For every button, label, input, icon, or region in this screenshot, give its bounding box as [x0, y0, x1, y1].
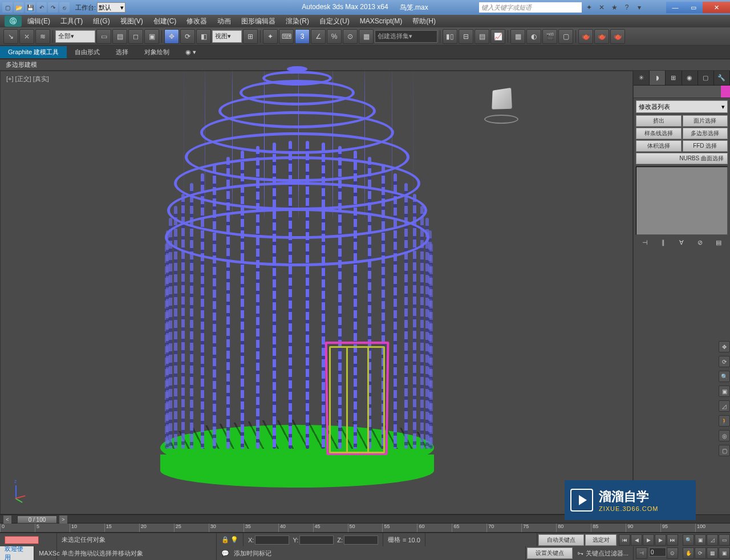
redo-icon[interactable]: ↷	[48, 2, 58, 13]
time-config-icon[interactable]: ⊙	[667, 547, 678, 559]
prev-frame-icon[interactable]: ◀	[631, 534, 642, 546]
ribbon-tab-paint[interactable]: 对象绘制	[136, 46, 177, 58]
menu-group[interactable]: 组(G)	[88, 15, 114, 27]
viewport-label[interactable]: [+] [正交] [真实]	[6, 75, 49, 83]
mod-btn-vol-select[interactable]: 体积选择	[636, 140, 682, 152]
menu-view[interactable]: 视图(V)	[116, 15, 148, 27]
select-region-rect-icon[interactable]: ◻	[128, 29, 143, 44]
next-key-icon[interactable]: >	[59, 516, 67, 524]
mod-btn-poly-select[interactable]: 多边形选择	[683, 128, 728, 139]
window-crossing-icon[interactable]: ▣	[144, 29, 159, 44]
time-slider[interactable]: 0 / 100	[17, 516, 57, 524]
render-setup-icon[interactable]: 🎬	[542, 29, 557, 44]
motion-tab-icon[interactable]: ◉	[682, 71, 698, 85]
zoom-icon[interactable]: 🔍	[719, 371, 730, 382]
maximize-button[interactable]: ▭	[684, 2, 703, 13]
spinner-snap-icon[interactable]: ⊙	[343, 29, 358, 44]
edit-named-sel-icon[interactable]: ▦	[359, 29, 374, 44]
goto-end-icon[interactable]: ⏭	[667, 534, 678, 546]
workspace-selector[interactable]: 工作台: 默认▾	[75, 2, 125, 13]
keyboard-shortcut-icon[interactable]: ⌨	[279, 29, 294, 44]
snap-toggle-icon[interactable]: 3	[295, 29, 310, 44]
selected-button[interactable]: 选定对	[585, 534, 617, 546]
close-button[interactable]: ✕	[703, 2, 730, 13]
new-icon[interactable]: ▢	[2, 2, 13, 13]
walk-icon[interactable]: 🚶	[719, 415, 730, 427]
schematic-view-icon[interactable]: ▦	[510, 29, 525, 44]
menu-help[interactable]: 帮助(H)	[408, 15, 440, 27]
save-icon[interactable]: 💾	[25, 2, 35, 13]
max-toggle-nav-icon[interactable]: ▣	[719, 547, 730, 559]
z-input[interactable]	[344, 535, 378, 545]
open-icon[interactable]: 📂	[14, 2, 24, 13]
display-tab-icon[interactable]: ▢	[698, 71, 714, 85]
menu-edit[interactable]: 编辑(E)	[23, 15, 55, 27]
workspace-dropdown[interactable]: 默认▾	[97, 2, 125, 13]
fov-icon[interactable]: ◿	[719, 400, 730, 412]
mod-btn-patch-select[interactable]: 面片选择	[683, 115, 728, 127]
link-icon[interactable]: ⎋	[59, 2, 70, 13]
select-manipulate-icon[interactable]: ✦	[263, 29, 278, 44]
play-icon[interactable]: ▶	[643, 534, 654, 546]
key-mode-toggle-icon[interactable]: ⊣	[636, 547, 647, 559]
ribbon-panel-label[interactable]: 多边形建模	[6, 60, 37, 69]
isolate-icon[interactable]: 💡	[230, 536, 238, 543]
selection-filter-dropdown[interactable]: 全部 ▾	[55, 30, 95, 43]
modify-tab-icon[interactable]: ◗	[650, 71, 666, 85]
lock-selection-icon[interactable]: 🔒	[221, 536, 229, 543]
menu-animation[interactable]: 动画	[213, 15, 236, 27]
zoom-ext-nav-icon[interactable]: ◿	[707, 534, 718, 546]
menu-create[interactable]: 创建(C)	[149, 15, 181, 27]
ribbon-tab-selection[interactable]: 选择	[108, 46, 136, 58]
mod-btn-nurbs[interactable]: NURBS 曲面选择	[636, 153, 728, 164]
zoom-all-nav-icon[interactable]: ▣	[695, 534, 706, 546]
ribbon-expand-icon[interactable]: ◉ ▾	[177, 47, 204, 58]
current-frame-input[interactable]	[649, 547, 666, 557]
named-selection-dropdown[interactable]: 创建选择集 ▾	[375, 30, 437, 43]
next-frame-icon[interactable]: ▶	[655, 534, 666, 546]
object-name-field[interactable]	[634, 86, 721, 98]
app-menu-icon[interactable]: Ⓖ	[5, 15, 22, 27]
time-ruler[interactable]: 0510152025303540455055606570758085909510…	[0, 524, 730, 533]
add-time-tag[interactable]: 添加时间标记	[234, 549, 271, 558]
mod-btn-extrude[interactable]: 挤出	[636, 115, 682, 127]
configure-sets-icon[interactable]: ▤	[713, 237, 724, 247]
layers-icon[interactable]: ▤	[474, 29, 489, 44]
key-filters-button[interactable]: 关键点过滤器...	[586, 549, 628, 558]
object-color-swatch[interactable]	[721, 86, 730, 98]
ribbon-tab-graphite[interactable]: Graphite 建模工具	[0, 46, 67, 58]
modifier-list-dropdown[interactable]: 修改器列表▾	[636, 100, 728, 113]
prev-key-icon[interactable]: <	[3, 516, 11, 524]
ribbon-tab-freeform[interactable]: 自由形式	[67, 46, 108, 58]
pan-nav-icon[interactable]: ✋	[683, 547, 694, 559]
menu-tools[interactable]: 工具(T)	[56, 15, 87, 27]
percent-snap-icon[interactable]: %	[327, 29, 342, 44]
exchange-icon[interactable]: ✕	[597, 2, 607, 13]
select-by-name-icon[interactable]: ▤	[112, 29, 127, 44]
menu-render[interactable]: 渲染(R)	[281, 15, 314, 27]
comm-center-icon[interactable]: 💬	[221, 550, 229, 557]
steering-wheel-icon[interactable]: ◎	[719, 430, 730, 441]
orbit-nav-icon[interactable]: ⟳	[695, 547, 706, 559]
zoom-region-nav-icon[interactable]: ▭	[719, 534, 730, 546]
dolly-nav-icon[interactable]: ▦	[707, 547, 718, 559]
make-unique-icon[interactable]: ∀	[676, 237, 687, 247]
menu-maxscript[interactable]: MAXScript(M)	[355, 16, 407, 26]
render-production-icon[interactable]: 🫖	[578, 29, 593, 44]
pan-icon[interactable]: ✥	[719, 341, 730, 352]
subscription-icon[interactable]: ✦	[584, 2, 594, 13]
help-search-input[interactable]: 键入关键字或短语	[479, 2, 582, 13]
chevron-down-icon[interactable]: ▾	[634, 2, 644, 13]
mod-btn-spline-select[interactable]: 样条线选择	[636, 128, 682, 139]
track-bar[interactable]	[5, 536, 39, 544]
modifier-stack[interactable]	[636, 167, 728, 235]
mod-btn-ffd-select[interactable]: FFD 选择	[683, 140, 728, 152]
help-icon[interactable]: ?	[622, 2, 632, 13]
hierarchy-tab-icon[interactable]: ⊞	[666, 71, 682, 85]
ref-coord-dropdown[interactable]: 视图 ▾	[212, 30, 242, 43]
menu-graph-editors[interactable]: 图形编辑器	[237, 15, 280, 27]
x-input[interactable]	[255, 535, 289, 545]
render-last-icon[interactable]: 🫖	[610, 29, 625, 44]
select-object-icon[interactable]: ▭	[96, 29, 111, 44]
align-icon[interactable]: ⊟	[459, 29, 473, 44]
